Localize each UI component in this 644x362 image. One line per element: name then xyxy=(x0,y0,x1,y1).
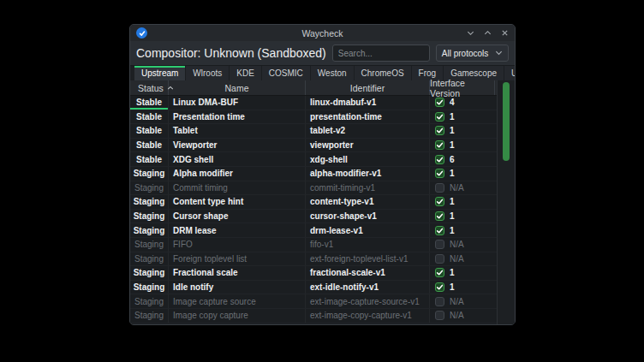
status-cell: Staging xyxy=(130,252,169,266)
protocol-name-cell-text: XDG shell xyxy=(173,155,213,164)
minimize-button[interactable] xyxy=(467,29,474,37)
table-row[interactable]: StableTablettablet-v21 xyxy=(130,124,515,139)
supported-checkbox-checked-icon[interactable] xyxy=(435,155,444,164)
search-input[interactable] xyxy=(332,45,430,62)
supported-checkbox-unchecked-icon[interactable] xyxy=(435,311,444,320)
identifier-cell: fifo-v1 xyxy=(306,238,430,252)
table-row[interactable]: StagingFractional scalefractional-scale-… xyxy=(130,266,515,281)
table-row[interactable]: StagingCursor shapecursor-shape-v11 xyxy=(130,210,515,224)
identifier-cell: ext-foreign-toplevel-list-v1 xyxy=(306,252,430,266)
protocol-filter-value: All protocols xyxy=(442,49,495,58)
supported-checkbox-unchecked-icon[interactable] xyxy=(435,254,444,264)
interface-version-cell: 1 xyxy=(430,124,495,138)
maximize-button[interactable] xyxy=(484,29,492,37)
table-row[interactable]: StagingIdle notifyext-idle-notify-v11 xyxy=(130,281,515,295)
status-cell-text: Stable xyxy=(136,155,162,164)
protocol-name-cell-text: Fractional scale xyxy=(173,268,238,277)
protocol-filter-dropdown[interactable]: All protocols xyxy=(436,45,509,62)
status-cell-text: Stable xyxy=(136,112,162,122)
table-row[interactable]: StagingDRM leasedrm-lease-v11 xyxy=(130,223,515,238)
version-text: N/A xyxy=(450,254,464,264)
status-cell-text: Stable xyxy=(136,126,162,135)
interface-version-cell: 1 xyxy=(430,266,495,280)
window-title: Waycheck xyxy=(130,28,515,39)
table-row[interactable]: StableXDG shellxdg-shell6 xyxy=(130,152,515,167)
supported-checkbox-checked-icon[interactable] xyxy=(435,211,444,221)
status-cell: Stable xyxy=(130,152,169,166)
titlebar[interactable]: Waycheck xyxy=(130,25,515,41)
table-row[interactable]: StagingFIFOfifo-v1N/A xyxy=(130,238,515,252)
interface-version-cell: 1 xyxy=(430,167,495,181)
identifier-cell-text: viewporter xyxy=(310,140,354,150)
table-row[interactable]: StableViewporterviewporter1 xyxy=(130,139,515,153)
version-text: 1 xyxy=(450,211,455,221)
tab-cosmic[interactable]: COSMIC xyxy=(262,66,311,80)
supported-checkbox-checked-icon[interactable] xyxy=(435,140,444,150)
app-checkmark-icon xyxy=(136,27,147,39)
protocol-name-cell: Presentation time xyxy=(169,110,306,124)
column-header-interface-version[interactable]: Interface Version xyxy=(430,80,495,95)
tab-unknown[interactable]: Unknown xyxy=(504,66,516,80)
version-text: 1 xyxy=(450,226,455,235)
supported-checkbox-checked-icon[interactable] xyxy=(435,126,444,135)
column-header-identifier[interactable]: Identifier xyxy=(306,80,430,95)
protocol-name-cell: FIFO xyxy=(169,238,306,252)
identifier-cell: ext-image-copy-capture-v1 xyxy=(306,309,430,323)
supported-checkbox-checked-icon[interactable] xyxy=(435,282,444,292)
interface-version-cell: 1 xyxy=(430,139,495,152)
table-row[interactable]: StagingContent type hintcontent-type-v11 xyxy=(130,195,515,210)
table-row[interactable]: StagingForeign toplevel listext-foreign-… xyxy=(130,252,515,267)
table-row[interactable]: StagingCommit timingcommit-timing-v1N/A xyxy=(130,181,515,196)
identifier-cell: xdg-shell xyxy=(306,152,430,166)
table-row[interactable]: StablePresentation timepresentation-time… xyxy=(130,110,515,125)
status-cell-text: Staging xyxy=(134,311,164,320)
scrollbar-thumb[interactable] xyxy=(503,82,510,161)
supported-checkbox-checked-icon[interactable] xyxy=(435,268,444,277)
identifier-cell-text: ext-image-capture-source-v1 xyxy=(310,297,420,306)
tab-upstream[interactable]: Upstream xyxy=(134,66,186,80)
status-cell-text: Staging xyxy=(134,297,164,306)
table-row[interactable]: StagingAlpha modifieralpha-modifier-v11 xyxy=(130,167,515,181)
version-text: 1 xyxy=(450,169,455,178)
vertical-scrollbar[interactable] xyxy=(497,80,515,324)
identifier-cell-text: fifo-v1 xyxy=(310,240,333,249)
status-cell-text: Staging xyxy=(134,254,164,264)
table-row[interactable]: StagingImage capture sourceext-image-cap… xyxy=(130,294,515,309)
status-cell-text: Staging xyxy=(134,183,164,193)
protocol-name-cell-text: Content type hint xyxy=(173,197,243,206)
supported-checkbox-unchecked-icon[interactable] xyxy=(435,183,444,193)
supported-checkbox-unchecked-icon[interactable] xyxy=(435,297,444,306)
protocol-name-cell: DRM lease xyxy=(169,223,306,237)
close-button[interactable] xyxy=(501,29,509,37)
supported-checkbox-checked-icon[interactable] xyxy=(435,169,444,178)
interface-version-cell: N/A xyxy=(430,294,495,308)
identifier-cell: viewporter xyxy=(306,139,430,152)
identifier-cell: linux-dmabuf-v1 xyxy=(306,96,430,110)
status-cell: Staging xyxy=(130,294,169,308)
supported-checkbox-checked-icon[interactable] xyxy=(435,98,444,107)
protocol-name-cell-text: Tablet xyxy=(173,126,198,135)
waycheck-window: Waycheck Compositor: Unknown (Sandboxed)… xyxy=(129,24,516,325)
supported-checkbox-unchecked-icon[interactable] xyxy=(435,240,444,249)
version-text: 1 xyxy=(450,268,455,277)
tab-chromeos[interactable]: ChromeOS xyxy=(355,66,412,80)
table-row[interactable]: StagingImage copy captureext-image-copy-… xyxy=(130,309,515,323)
identifier-cell-text: ext-idle-notify-v1 xyxy=(310,282,379,292)
status-cell-text: Staging xyxy=(134,240,164,249)
interface-version-cell: 1 xyxy=(430,223,495,237)
supported-checkbox-checked-icon[interactable] xyxy=(435,197,444,206)
status-cell-text: Stable xyxy=(136,140,162,150)
tab-wlroots[interactable]: Wlroots xyxy=(186,66,230,80)
protocol-name-cell: Viewporter xyxy=(169,139,306,152)
supported-checkbox-checked-icon[interactable] xyxy=(435,112,444,122)
tab-kde[interactable]: KDE xyxy=(230,66,262,80)
column-header-name[interactable]: Name xyxy=(169,80,306,95)
interface-version-cell: 6 xyxy=(430,152,495,166)
supported-checkbox-checked-icon[interactable] xyxy=(435,226,444,235)
status-cell-text: Staging xyxy=(134,169,165,178)
identifier-cell-text: tablet-v2 xyxy=(310,126,345,135)
tab-weston[interactable]: Weston xyxy=(311,66,355,80)
table-row[interactable]: StableLinux DMA-BUFlinux-dmabuf-v14 xyxy=(130,96,515,110)
protocol-name-cell-text: Cursor shape xyxy=(173,211,228,221)
column-header-status[interactable]: Status xyxy=(130,80,169,95)
